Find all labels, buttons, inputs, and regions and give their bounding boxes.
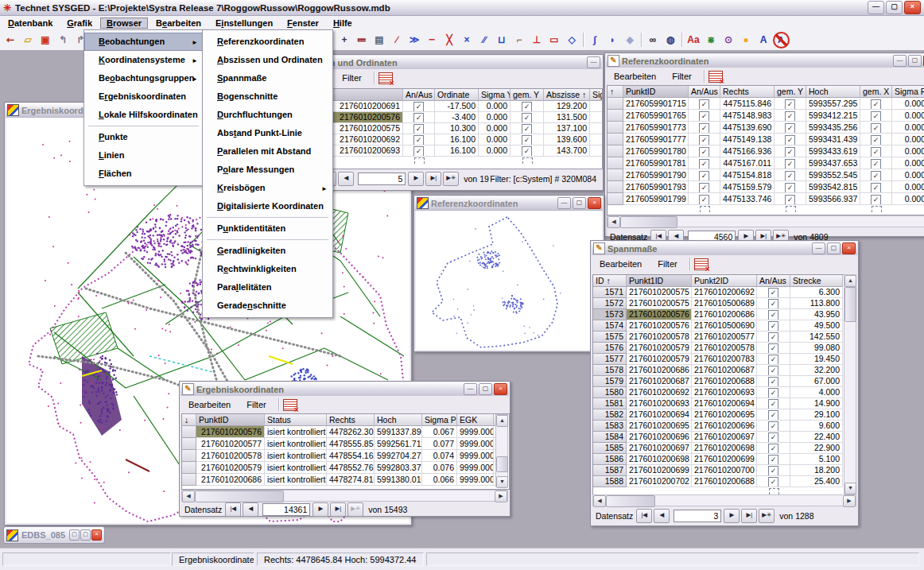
table-cell[interactable]: ✓ [403,145,435,157]
table-cell[interactable]: 9999.000 [457,450,494,462]
table-cell[interactable]: isiert kontrolliert [265,462,327,474]
table-cell[interactable]: 2176010200698 [692,443,757,454]
column-header[interactable]: gem. X [860,86,892,98]
table-row[interactable]: 158421760102006962176010200697✓22.400 [593,432,845,443]
app-title-bar[interactable]: ✳ Technet SYSGED - E:\Projekte\Systra Re… [0,0,924,16]
table-cell[interactable]: 19.450 [790,354,843,365]
table-cell[interactable]: ✓ [511,123,544,134]
table-cell[interactable]: ✓ [860,157,892,169]
scroll-up-arrow[interactable]: ▲ [844,275,856,287]
column-header[interactable]: Strecke [790,275,843,287]
table-cell[interactable]: 1587 [593,465,627,476]
table-cell[interactable]: 0.00 [590,123,603,134]
column-header[interactable]: ↑ [608,86,623,98]
table-cell[interactable]: 2176010200696 [627,432,692,443]
checkbox[interactable]: ✓ [522,135,532,145]
table-cell[interactable] [608,98,623,110]
table-cell[interactable]: ✓ [689,145,720,157]
table-cell[interactable]: ✓ [511,134,544,145]
rectangle-icon[interactable]: ▭ [545,31,563,48]
table-cell[interactable] [608,169,623,181]
spline-icon[interactable]: ∫ [586,31,604,48]
table-cell[interactable]: 2176010200697 [627,443,692,454]
checkbox[interactable]: ✓ [768,343,778,354]
table-row[interactable]: 2176059901793✓4475159.579✓5993542.815✓0.… [608,181,924,193]
menu-item-fl-chen[interactable]: Flächen [84,165,203,183]
table-cell[interactable]: 0.00 [590,112,603,123]
menu-item-abszissen-und-ordinaten[interactable]: Abszissen und Ordinaten [203,51,332,69]
parallel-lines-icon[interactable]: ∕∕ [476,31,493,48]
column-header[interactable]: gem. Y [775,86,806,98]
restore-button[interactable]: ▢ [886,1,903,14]
scroll-right-arrow[interactable]: ▶ [843,495,856,507]
table-cell[interactable] [608,181,623,193]
table-cell[interactable]: ✓ [775,157,806,169]
table-cell[interactable]: ✓ [757,309,790,320]
column-header[interactable]: Abszisse ↑ [544,89,590,101]
table-cell[interactable]: 2176059901765 [623,110,689,122]
nav-prev-button[interactable]: ◀ [243,502,258,517]
table-cell[interactable]: 139.600 [544,134,590,145]
table-cell[interactable] [608,122,623,134]
table-cell[interactable]: 1571 [593,287,627,298]
graphic-window-icon[interactable]: ▤ [371,31,388,48]
table-cell[interactable]: 2176059901790 [623,169,689,181]
table-cell[interactable]: 2176010200692 [692,287,757,298]
table-cell[interactable]: ✓ [860,169,892,181]
maximize-button[interactable]: ▢ [908,55,922,67]
checkbox[interactable]: ✓ [768,310,778,320]
table-cell[interactable]: 0.000 [892,98,924,110]
column-header[interactable]: Hoch [375,414,422,426]
table-cell[interactable]: 5991380.010 [375,474,422,486]
table-cell[interactable]: 9999.000 [457,438,494,450]
table-cell[interactable]: 22.900 [790,443,843,454]
table-row[interactable]: 2176059901765✓4475148.983✓5993412.215✓0.… [608,110,924,122]
column-header[interactable]: Status [265,414,327,426]
table-cell[interactable]: 1588 [593,476,627,487]
column-header[interactable]: Sigma P [422,414,457,426]
table-cell[interactable] [608,145,623,157]
table-cell[interactable]: 2176059901773 [623,122,689,134]
table-cell[interactable]: 2176010200578 [692,343,757,354]
table-cell[interactable]: 2176010200576 [627,309,692,320]
menu-item-linien[interactable]: Linien [84,146,203,165]
table-cell[interactable]: 0.076 [422,462,457,474]
table-cell[interactable]: 1574 [593,320,627,332]
map-canvas[interactable] [416,211,602,350]
window-menu-filter[interactable]: Filter [650,258,685,270]
checkbox[interactable]: ✓ [699,111,709,122]
checkbox[interactable]: ✓ [699,147,709,157]
table-cell[interactable]: 5993431.439 [806,134,860,145]
nav-new-button[interactable]: ▶✳ [347,502,363,517]
menu-item-koordinatensysteme[interactable]: Koordinatensysteme► [84,51,203,69]
table-cell[interactable]: 2176010200687 [692,365,757,376]
table-row[interactable]: 157721760102005792176010200783✓19.450 [593,354,845,365]
menu-item-punktidentit-ten[interactable]: Punktidentitäten [203,219,332,238]
table-cell[interactable]: 2176010200578 [196,450,265,462]
table-cell[interactable]: ✓ [860,193,892,205]
multicolor-lines-icon[interactable]: ⋇ [702,31,720,48]
table-cell[interactable]: 2176010200696 [692,421,757,432]
table-cell[interactable]: ✓ [689,122,720,134]
table-cell[interactable]: 2176059901781 [623,157,689,169]
checkbox[interactable]: ✓ [768,388,778,398]
table-cell[interactable]: 4478262.302 [327,426,375,438]
no-redraw-icon[interactable]: A [772,31,790,48]
table-cell[interactable]: ✓ [757,409,790,421]
table-cell[interactable]: 2176010200577 [692,332,757,343]
table-cell[interactable]: ✓ [860,122,892,134]
table-cell[interactable]: 1580 [593,387,627,398]
table-cell[interactable]: 2176010200687 [627,376,692,387]
table-cell[interactable]: 4475149.138 [720,134,775,145]
menu-item-bogenschnitte[interactable]: Bogenschnitte [203,87,332,106]
checkbox[interactable]: ✓ [413,146,424,157]
table-cell[interactable]: 32.200 [790,365,843,376]
menu-item-spannma-e[interactable]: Spannmaße [203,69,332,87]
table-cell[interactable]: 5991337.890 [375,426,422,438]
column-header[interactable]: ↓ [182,414,196,426]
column-header[interactable]: An/Aus [689,86,720,98]
maximize-button[interactable]: ▢ [827,242,841,254]
table-cell[interactable]: 2176010200693 [692,387,757,398]
table-cell[interactable]: ✓ [689,181,720,193]
column-header[interactable]: An/Aus [757,275,790,287]
